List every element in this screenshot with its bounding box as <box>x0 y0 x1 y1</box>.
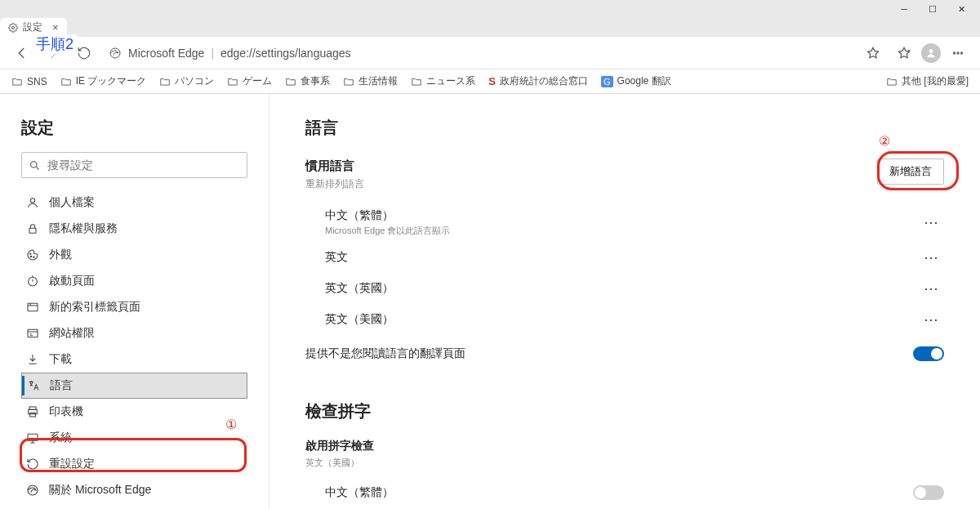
language-more-button[interactable]: ⋯ <box>924 213 944 231</box>
favorites-button[interactable] <box>890 39 918 67</box>
sidebar-title: 設定 <box>21 117 247 139</box>
svg-rect-14 <box>28 329 38 337</box>
svg-point-4 <box>957 51 959 53</box>
sidebar-item-reset[interactable]: 重設設定 <box>21 451 247 477</box>
address-bar[interactable]: Microsoft Edge | edge://settings/languag… <box>101 42 856 64</box>
gear-icon <box>8 23 18 33</box>
search-icon <box>29 159 41 172</box>
favorite-star-button[interactable] <box>859 39 887 67</box>
tab-strip: 設定 × 手順2 <box>0 18 980 37</box>
spellcheck-lang-toggle[interactable] <box>913 485 944 500</box>
sidebar-item-system[interactable]: 系統 <box>21 425 247 451</box>
spellcheck-sub: 英文（美國） <box>305 457 944 469</box>
svg-point-2 <box>929 49 933 53</box>
window-controls: ─ ☐ ✕ <box>0 0 980 18</box>
page-title: 語言 <box>305 117 944 139</box>
settings-sidebar: 設定 個人檔案 隱私權與服務 外觀 啟動頁面 新的索引標籤頁面 網站權限 下載 … <box>0 94 270 509</box>
settings-search-input[interactable] <box>47 159 240 172</box>
settings-search[interactable] <box>21 152 247 178</box>
address-url: edge://settings/languages <box>220 47 351 60</box>
language-more-button[interactable]: ⋯ <box>924 279 944 297</box>
spellcheck-lang-row: 中文（繁體） <box>305 485 944 500</box>
s-icon: S <box>488 75 496 87</box>
language-name: 中文（繁體） <box>325 208 450 223</box>
minimize-button[interactable]: ─ <box>901 4 907 14</box>
svg-point-9 <box>30 253 31 254</box>
address-app-name: Microsoft Edge <box>128 47 204 60</box>
annotation-number-2: ② <box>879 133 890 149</box>
svg-rect-18 <box>28 434 38 440</box>
spellcheck-lang-name: 中文（繁體） <box>325 485 394 500</box>
bookmark-folder[interactable]: SNS <box>11 76 47 87</box>
language-name: 英文（美國） <box>325 312 394 327</box>
language-list: 中文（繁體） Microsoft Edge 會以此語言顯示 ⋯ 英文 ⋯ 英文（… <box>305 203 944 335</box>
preferred-languages-title: 慣用語言 <box>305 159 364 174</box>
sidebar-item-profile[interactable]: 個人檔案 <box>21 190 247 216</box>
annotation-step-label: 手順2 <box>33 34 77 54</box>
maximize-button[interactable]: ☐ <box>929 4 937 15</box>
sidebar-item-appearance[interactable]: 外觀 <box>21 242 247 268</box>
svg-rect-17 <box>30 413 36 417</box>
bookmark-folder[interactable]: 生活情報 <box>343 74 398 88</box>
language-sub: Microsoft Edge 會以此語言顯示 <box>325 225 450 237</box>
tab-title: 設定 <box>23 20 42 34</box>
svg-point-6 <box>31 161 38 167</box>
language-more-button[interactable]: ⋯ <box>924 248 944 266</box>
translate-toggle[interactable] <box>913 346 944 361</box>
sidebar-item-newtab[interactable]: 新的索引標籤頁面 <box>21 294 247 320</box>
sidebar-item-languages[interactable]: 語言 <box>21 373 247 399</box>
settings-main: 語言 慣用語言 重新排列語言 新增語言 中文（繁體） Microsoft Edg… <box>270 94 980 509</box>
sidebar-item-privacy[interactable]: 隱私權與服務 <box>21 216 247 242</box>
svg-point-10 <box>30 256 31 257</box>
preferred-languages-sub: 重新排列語言 <box>305 177 364 191</box>
bookmark-link-gtranslate[interactable]: GGoogle 翻訳 <box>601 74 671 88</box>
language-name: 英文 <box>325 250 348 265</box>
bookmark-overflow[interactable]: 其他 [我的最愛] <box>886 74 969 88</box>
tab-close-icon[interactable]: × <box>52 21 59 33</box>
svg-point-3 <box>953 51 955 53</box>
svg-point-12 <box>29 277 38 286</box>
sidebar-item-printers[interactable]: 印表機 <box>21 399 247 425</box>
edge-icon <box>109 47 122 60</box>
translate-icon: G <box>601 76 613 87</box>
overflow-menu-button[interactable] <box>944 39 972 67</box>
svg-point-11 <box>33 257 34 257</box>
settings-content: 設定 個人檔案 隱私權與服務 外觀 啟動頁面 新的索引標籤頁面 網站權限 下載 … <box>0 94 980 509</box>
svg-point-0 <box>12 26 15 29</box>
sidebar-item-downloads[interactable]: 下載 <box>21 346 247 373</box>
translate-toggle-row: 提供不是您閱讀語言的翻譯頁面 <box>305 346 944 361</box>
annotation-number-1: ① <box>225 417 237 432</box>
language-item: 英文 ⋯ <box>325 242 944 273</box>
bookmark-folder[interactable]: ゲーム <box>227 74 272 88</box>
bookmarks-bar: SNS IE ブックマーク パソコン ゲーム 食事系 生活情報 ニュース系 S政… <box>0 69 980 94</box>
spellcheck-enable-title: 啟用拼字檢查 <box>305 439 944 453</box>
language-item: 英文（美國） ⋯ <box>325 304 944 335</box>
svg-point-5 <box>960 51 962 53</box>
profile-avatar[interactable] <box>921 43 941 63</box>
sidebar-item-permissions[interactable]: 網站權限 <box>21 320 247 346</box>
bookmark-folder[interactable]: ニュース系 <box>411 74 475 88</box>
toolbar: Microsoft Edge | edge://settings/languag… <box>0 37 980 69</box>
add-language-button[interactable]: 新增語言 <box>877 159 944 185</box>
svg-point-7 <box>30 199 34 203</box>
svg-rect-8 <box>29 228 36 233</box>
svg-rect-13 <box>28 303 38 310</box>
translate-label: 提供不是您閱讀語言的翻譯頁面 <box>305 346 466 361</box>
close-button[interactable]: ✕ <box>958 4 965 15</box>
spellcheck-title: 檢查拼字 <box>305 400 944 422</box>
sidebar-item-startup[interactable]: 啟動頁面 <box>21 268 247 294</box>
bookmark-folder[interactable]: IE ブックマーク <box>60 74 147 88</box>
back-button[interactable] <box>8 39 36 67</box>
bookmark-link-gov[interactable]: S政府統計の総合窓口 <box>488 74 588 88</box>
language-item: 中文（繁體） Microsoft Edge 會以此語言顯示 ⋯ <box>325 203 944 242</box>
language-name: 英文（英國） <box>325 281 394 296</box>
sidebar-item-about[interactable]: 關於 Microsoft Edge <box>21 477 247 503</box>
bookmark-folder[interactable]: パソコン <box>159 74 214 88</box>
language-item: 英文（英國） ⋯ <box>325 273 944 304</box>
bookmark-folder[interactable]: 食事系 <box>285 74 330 88</box>
address-separator: | <box>211 47 214 60</box>
language-more-button[interactable]: ⋯ <box>924 310 944 328</box>
